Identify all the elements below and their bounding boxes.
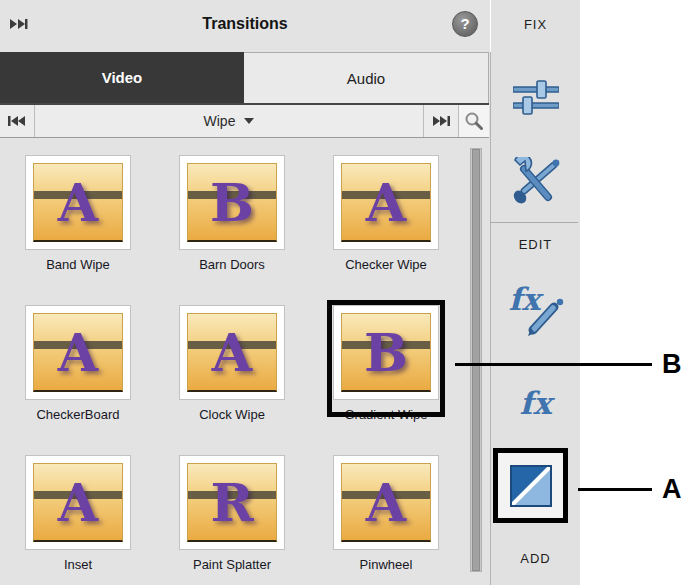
transition-item-pinwheel[interactable]: APinwheel: [333, 455, 439, 585]
transition-item-barn-doors[interactable]: BBarn Doors: [179, 155, 285, 305]
thumbnail-preview: A: [341, 163, 431, 242]
transition-thumbnail[interactable]: A: [25, 305, 131, 400]
chevron-down-icon: [244, 118, 254, 124]
transition-thumbnail[interactable]: A: [25, 155, 131, 250]
transitions-tool-button[interactable]: [493, 448, 568, 523]
thumbnail-preview: B: [187, 163, 277, 242]
thumbnail-preview: B: [341, 313, 431, 392]
thumbnail-letter: A: [34, 464, 122, 540]
transitions-grid: ABand WipeBBarn DoorsAChecker WipeACheck…: [0, 138, 470, 585]
category-filter-bar: Wipe: [0, 103, 489, 138]
transition-name: CheckerBoard: [25, 407, 131, 422]
thumbnail-letter: A: [342, 464, 430, 540]
transition-item-paint-splatter[interactable]: RPaint Splatter: [179, 455, 285, 585]
transition-thumbnail[interactable]: A: [179, 305, 285, 400]
category-dropdown-value: Wipe: [204, 113, 236, 129]
transition-name: Checker Wipe: [333, 257, 439, 272]
sidebar-label-fix: FIX: [491, 17, 580, 32]
thumbnail-letter: A: [342, 164, 430, 240]
thumbnail-letter: B: [342, 314, 430, 390]
thumbnail-letter: A: [34, 314, 122, 390]
transition-thumbnail[interactable]: B: [333, 305, 439, 400]
thumbnail-letter: A: [188, 314, 276, 390]
double-arrow-right-icon: [432, 115, 450, 127]
transition-thumbnail[interactable]: A: [333, 455, 439, 550]
sidebar-label-edit: EDIT: [491, 237, 580, 252]
fx-icon: fx: [520, 388, 552, 419]
transition-name: Paint Splatter: [179, 557, 285, 572]
help-button[interactable]: ?: [452, 11, 478, 37]
thumbnail-preview: A: [33, 313, 123, 392]
transition-thumbnail[interactable]: A: [333, 155, 439, 250]
thumbnail-preview: A: [187, 313, 277, 392]
tab-video[interactable]: Video: [0, 52, 244, 103]
tools-icon: [510, 157, 562, 205]
transition-name: Pinwheel: [333, 557, 439, 572]
transitions-panel-window: Transitions ? Video Audio Wipe: [0, 0, 689, 585]
thumbnail-preview: R: [187, 463, 277, 542]
transition-item-band-wipe[interactable]: ABand Wipe: [25, 155, 131, 305]
transition-item-checker-wipe[interactable]: AChecker Wipe: [333, 155, 439, 305]
tools-button[interactable]: [491, 157, 580, 205]
thumbnail-letter: B: [188, 164, 276, 240]
thumbnail-preview: A: [33, 463, 123, 542]
transitions-diagonal-icon: [510, 465, 552, 507]
callout-label-a: A: [662, 474, 682, 505]
scrollbar-thumb[interactable]: [472, 149, 480, 571]
prev-category-button[interactable]: [0, 105, 35, 137]
effects-edit-button[interactable]: fx: [491, 284, 580, 338]
transition-item-gradient-wipe[interactable]: BGradient Wipe: [333, 305, 439, 455]
thumbnail-letter: A: [34, 164, 122, 240]
thumbnail-preview: A: [33, 163, 123, 242]
transition-item-inset[interactable]: AInset: [25, 455, 131, 585]
callout-line-b: [455, 363, 652, 366]
panel-title: Transitions: [0, 15, 490, 33]
category-dropdown[interactable]: Wipe: [35, 105, 423, 137]
question-mark-icon: ?: [460, 15, 469, 32]
transition-name: Clock Wipe: [179, 407, 285, 422]
callout-label-b: B: [662, 349, 682, 380]
thumbnail-letter: R: [188, 464, 276, 540]
adjust-sliders-icon: [513, 79, 559, 115]
transition-item-clock-wipe[interactable]: AClock Wipe: [179, 305, 285, 455]
panel-header: Transitions ?: [0, 0, 490, 52]
magnifier-icon: [464, 111, 484, 131]
action-sidebar: FIX EDIT fx: [491, 0, 580, 585]
tab-audio[interactable]: Audio: [244, 52, 489, 103]
media-tabs: Video Audio: [0, 52, 489, 103]
transition-name: Gradient Wipe: [333, 407, 439, 422]
thumbnail-preview: A: [341, 463, 431, 542]
fx-pencil-icon: fx: [507, 284, 565, 338]
vertical-scrollbar[interactable]: [470, 148, 482, 572]
sidebar-section-divider: [491, 222, 578, 223]
transition-name: Inset: [25, 557, 131, 572]
transition-thumbnail[interactable]: B: [179, 155, 285, 250]
double-arrow-left-icon: [8, 115, 26, 127]
adjust-button[interactable]: [491, 79, 580, 115]
transition-item-checkerboard[interactable]: ACheckerBoard: [25, 305, 131, 455]
sidebar-label-add: ADD: [491, 551, 580, 566]
transition-thumbnail[interactable]: R: [179, 455, 285, 550]
transitions-panel: Transitions ? Video Audio Wipe: [0, 0, 490, 585]
transition-name: Band Wipe: [25, 257, 131, 272]
callout-line-a: [578, 488, 652, 491]
transition-thumbnail[interactable]: A: [25, 455, 131, 550]
search-button[interactable]: [458, 105, 489, 137]
next-category-button[interactable]: [423, 105, 458, 137]
transition-name: Barn Doors: [179, 257, 285, 272]
effects-button[interactable]: fx: [491, 388, 580, 419]
